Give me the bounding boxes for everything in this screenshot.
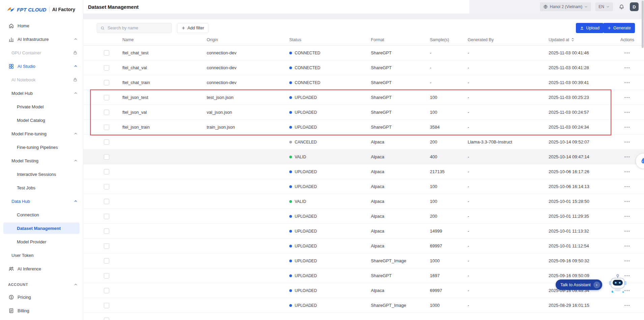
brand-name: FPT CLOUD xyxy=(17,7,47,12)
cell-name: ftel_json_train xyxy=(117,125,201,130)
table-row: UPLOADED ShareGPT_Image 1000 - 2025-08-2… xyxy=(83,298,644,313)
globe-icon xyxy=(543,4,548,9)
sidebar-item-ai-notebook[interactable]: AI Notebook xyxy=(0,73,83,86)
row-checkbox[interactable] xyxy=(104,80,109,85)
row-checkbox[interactable] xyxy=(104,273,109,278)
row-actions-button[interactable]: ⋯ xyxy=(621,138,633,146)
sidebar-item-gpu-container[interactable]: GPU Container xyxy=(0,46,83,59)
lock-icon xyxy=(73,77,78,82)
row-checkbox[interactable] xyxy=(104,50,109,56)
sidebar-item-model-fine-tuning[interactable]: Model Fine-tuning xyxy=(0,127,83,140)
cell-status: UPLOADED xyxy=(284,214,365,219)
sidebar-item-test-jobs[interactable]: Test Jobs xyxy=(0,181,83,194)
row-checkbox[interactable] xyxy=(104,214,109,219)
row-checkbox[interactable] xyxy=(104,288,109,293)
sidebar-item-ai-infrastructure[interactable]: AI Infrastructure xyxy=(0,32,83,46)
cell-status: UPLOADED xyxy=(284,184,365,189)
cell-generated-by: - xyxy=(462,50,543,55)
sidebar-item-model-hub[interactable]: Model Hub xyxy=(0,86,83,100)
cell-updated-at: 2025-10-14 09:47:14 xyxy=(543,154,611,159)
sidebar-item-model-provider[interactable]: Model Provider xyxy=(0,235,83,248)
row-checkbox[interactable] xyxy=(104,243,109,249)
upload-button[interactable]: Upload xyxy=(576,23,604,33)
user-avatar[interactable]: D xyxy=(630,2,639,11)
sidebar-item-private-model[interactable]: Private Model xyxy=(0,100,83,113)
row-checkbox[interactable] xyxy=(104,139,109,145)
scrollbar-thumb[interactable] xyxy=(642,1,644,48)
sidebar-item-home[interactable]: Home xyxy=(0,19,83,32)
cell-generated-by: - xyxy=(462,80,543,85)
generate-button[interactable]: Generate xyxy=(603,23,635,33)
notifications-button[interactable] xyxy=(617,2,626,11)
assistant-widget: Talk to Assistant › xyxy=(556,279,602,290)
sidebar-item-interactive-sessions[interactable]: Interactive Sessions xyxy=(0,167,83,181)
row-checkbox[interactable] xyxy=(104,169,109,175)
row-actions-button[interactable]: ⋯ xyxy=(621,93,633,102)
cell-samples: - xyxy=(425,50,462,55)
sidebar-item-dataset-management[interactable]: Dataset Management xyxy=(0,221,83,235)
row-actions-button[interactable]: ⋯ xyxy=(621,78,633,87)
cell-generated-by: - xyxy=(462,243,543,248)
row-actions-button[interactable]: ⋯ xyxy=(621,49,633,57)
cell-updated-at: 2025-10-01 11:13:32 xyxy=(543,229,611,234)
row-checkbox[interactable] xyxy=(104,110,109,115)
row-checkbox[interactable] xyxy=(104,229,109,234)
talk-to-assistant-button[interactable]: Talk to Assistant › xyxy=(556,279,602,290)
row-actions-button[interactable]: ⋯ xyxy=(621,227,633,235)
sidebar-item-fine-tuning-pipelines[interactable]: Fine-tuning Pipelines xyxy=(0,140,83,154)
cell-origin: val_json.json xyxy=(201,110,284,115)
row-checkbox[interactable] xyxy=(104,184,109,189)
search-icon xyxy=(100,26,105,30)
cell-samples: 200 xyxy=(425,214,462,219)
row-actions-button[interactable]: ⋯ xyxy=(621,123,633,131)
assistant-robot-icon[interactable] xyxy=(608,273,627,294)
row-checkbox[interactable] xyxy=(104,95,109,100)
row-actions-button[interactable]: ⋯ xyxy=(621,153,633,161)
scrollbar xyxy=(641,0,644,320)
sidebar-item-billing[interactable]: Billing xyxy=(0,304,83,317)
row-actions-button[interactable]: ⋯ xyxy=(621,257,633,265)
sidebar-item-ai-studio[interactable]: AI Studio xyxy=(0,59,83,73)
language-selector[interactable]: EN xyxy=(595,2,613,11)
status-dot xyxy=(289,289,292,292)
sidebar-item-pricing[interactable]: $Pricing xyxy=(0,290,83,304)
sidebar-item-model-catalog[interactable]: Model Catalog xyxy=(0,113,83,127)
cell-status: VALID xyxy=(284,154,365,159)
sidebar-item-model-testing[interactable]: Model Testing xyxy=(0,154,83,167)
row-actions-button[interactable]: ⋯ xyxy=(621,212,633,220)
row-actions-button[interactable]: ⋯ xyxy=(621,108,633,116)
logo-row[interactable]: FPT CLOUD AI Factory xyxy=(0,0,83,19)
status-label: UPLOADED xyxy=(295,259,317,263)
sidebar-item-ai-inference[interactable]: AI Inference xyxy=(0,262,83,275)
cell-generated-by: - xyxy=(462,184,543,189)
row-actions-button[interactable]: ⋯ xyxy=(621,301,633,310)
row-checkbox[interactable] xyxy=(104,65,109,71)
row-checkbox[interactable] xyxy=(104,199,109,204)
region-selector[interactable]: Hanoi 2 (Vietnam) xyxy=(540,2,591,11)
row-checkbox[interactable] xyxy=(104,125,109,130)
cell-samples: 69997 xyxy=(425,243,462,248)
row-actions-button[interactable]: ⋯ xyxy=(621,197,633,206)
row-checkbox[interactable] xyxy=(104,154,109,160)
cell-status: UPLOADED xyxy=(284,258,365,263)
sort-icon[interactable] xyxy=(571,37,575,42)
cell-updated-at: 2025-10-06 16:14:13 xyxy=(543,184,611,189)
cell-generated-by: - xyxy=(462,110,543,115)
sidebar-item-connection[interactable]: Connection xyxy=(0,208,83,221)
row-actions-button[interactable]: ⋯ xyxy=(621,63,633,72)
table-row: ftel_chat_val connection-dev CONNECTED S… xyxy=(83,60,644,75)
add-filter-button[interactable]: Add filter xyxy=(177,23,208,33)
sidebar-item-data-hub[interactable]: Data Hub xyxy=(0,194,83,208)
row-actions-button[interactable]: ⋯ xyxy=(621,182,633,191)
sidebar-item-user-token[interactable]: User Token xyxy=(0,248,83,262)
row-checkbox[interactable] xyxy=(104,303,109,308)
row-checkbox[interactable] xyxy=(104,318,109,320)
row-actions-button[interactable]: ⋯ xyxy=(621,167,633,176)
cell-name: ftel_chat_val xyxy=(117,65,201,70)
row-checkbox[interactable] xyxy=(104,258,109,264)
search-input[interactable] xyxy=(108,26,168,30)
row-actions-button[interactable]: ⋯ xyxy=(621,242,633,250)
sidebar-section-account[interactable]: ACCOUNT xyxy=(0,279,83,290)
cell-samples: - xyxy=(425,65,462,70)
studio-icon xyxy=(8,63,14,69)
